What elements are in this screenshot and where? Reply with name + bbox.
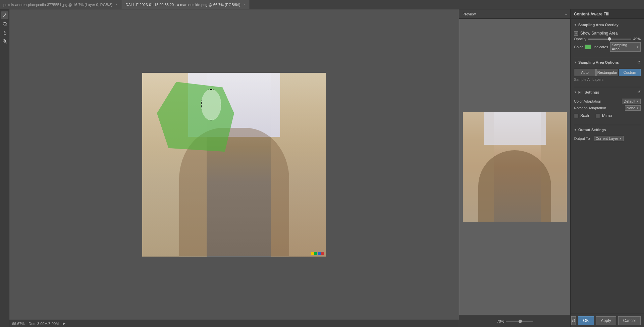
mirror-row: Mirror	[596, 113, 612, 118]
opacity-value: 49%	[633, 37, 641, 41]
panel-title-label: Content-Aware Fill	[574, 12, 609, 16]
reset-footer-button[interactable]: ↺	[571, 316, 576, 325]
section-arrow-3: ▼	[574, 91, 577, 94]
rotation-adaptation-label: Rotation Adaptation	[574, 106, 606, 110]
opacity-slider[interactable]	[588, 39, 631, 40]
panel-footer: ↺ OK Apply Cancel	[571, 314, 644, 327]
section-arrow-4: ▼	[574, 128, 577, 131]
left-toolbar	[0, 9, 9, 327]
nav-arrow[interactable]: ▶	[63, 321, 65, 326]
scale-checkbox[interactable]	[574, 114, 578, 118]
tab-1-close[interactable]: ×	[114, 3, 118, 7]
rotation-adaptation-value: None	[627, 106, 635, 110]
section-arrow-2: ▼	[574, 61, 577, 64]
zoom-control: 70%	[497, 319, 532, 323]
indicates-arrow: ▼	[636, 46, 639, 49]
fill-settings-body: Color Adaptation Default ▼ Rotation Adap…	[571, 96, 644, 123]
preview-image	[463, 112, 567, 222]
cancel-button[interactable]: Cancel	[618, 316, 641, 325]
canvas-area: 66.67% Doc: 3.00M/3.00M ▶	[9, 9, 459, 327]
divider-2	[574, 87, 641, 87]
tab-2-close[interactable]: ×	[242, 3, 246, 7]
swatch-yellow	[311, 252, 314, 255]
svg-line-1	[5, 25, 6, 26]
lasso-tool[interactable]	[1, 20, 8, 28]
right-panel: Content-Aware Fill ▼ Sampling Area Overl…	[570, 9, 644, 327]
sample-all-layers-label: Sample All Layers	[574, 77, 641, 81]
section-sampling-options[interactable]: ▼ Sampling Area Options ↺	[571, 59, 644, 66]
panel-title: Content-Aware Fill	[571, 9, 644, 19]
svg-point-0	[3, 22, 6, 25]
apply-button[interactable]: Apply	[596, 316, 616, 325]
scale-mirror-row: Scale Mirror	[574, 112, 641, 119]
sampling-options-body: Auto Rectangular Custom Sample All Layer…	[571, 66, 644, 86]
color-label: Color	[574, 45, 583, 49]
rotation-adaptation-row: Rotation Adaptation None ▼	[574, 105, 641, 111]
rotation-adaptation-select[interactable]: None ▼	[625, 105, 641, 111]
color-adaptation-value: Default	[624, 99, 635, 103]
sampling-btn-rectangular[interactable]: Rectangular	[596, 69, 618, 76]
preview-panel: Preview » 70%	[459, 9, 570, 327]
svg-line-3	[5, 42, 7, 43]
opacity-label: Opacity	[574, 37, 586, 41]
canvas-image-container	[142, 73, 326, 257]
swatch-green	[314, 252, 317, 255]
fill-settings-label: Fill Settings	[578, 90, 599, 94]
main-layout: 66.67% Doc: 3.00M/3.00M ▶ Preview » 70%	[0, 9, 644, 327]
swatch-blue	[318, 252, 321, 255]
indicates-value: Sampling Area	[612, 43, 635, 51]
show-sampling-checkbox[interactable]	[574, 31, 578, 36]
zoom-tool[interactable]	[1, 38, 8, 45]
hand-tool[interactable]	[1, 29, 8, 36]
brush-tool[interactable]	[1, 11, 8, 19]
output-to-arrow: ▼	[619, 137, 622, 140]
preview-image-area	[459, 19, 570, 315]
sampling-options-reset[interactable]: ↺	[637, 60, 641, 65]
sampling-overlay-body: Show Sampling Area Opacity 49% Color Ind…	[571, 28, 644, 56]
color-adaptation-select[interactable]: Default ▼	[622, 99, 641, 104]
tab-2[interactable]: DALL-E 2023-01-15 09.33.20 - a man outsi…	[122, 0, 250, 9]
sampling-btn-auto[interactable]: Auto	[574, 69, 596, 76]
color-swatch[interactable]	[585, 45, 591, 49]
mirror-checkbox[interactable]	[596, 114, 600, 118]
zoom-display: 66.67%	[12, 322, 24, 326]
divider-1	[574, 57, 641, 57]
output-to-row: Output To Current Layer ▼	[574, 136, 641, 141]
indicates-select[interactable]: Sampling Area ▼	[610, 42, 641, 52]
tab-2-label: DALL-E 2023-01-15 09.33.20 - a man outsi…	[125, 3, 240, 7]
output-settings-label: Output Settings	[578, 128, 606, 132]
preview-collapse-icon[interactable]: »	[565, 12, 567, 16]
mirror-label: Mirror	[602, 113, 612, 118]
sampling-options-label: Sampling Area Options	[578, 60, 619, 64]
color-adaptation-label: Color Adaptation	[574, 99, 601, 103]
scale-row: Scale	[574, 113, 590, 118]
section-sampling-area-overlay[interactable]: ▼ Sampling Area Overlay	[571, 21, 644, 28]
color-row: Color Indicates Sampling Area ▼	[574, 42, 641, 52]
preview-title: Preview	[463, 12, 476, 16]
output-to-value: Current Layer	[596, 137, 618, 141]
section-output-settings[interactable]: ▼ Output Settings	[571, 126, 644, 133]
preview-header: Preview »	[459, 9, 570, 19]
doc-info: Doc: 3.00M/3.00M	[29, 322, 59, 326]
status-bar: 66.67% Doc: 3.00M/3.00M ▶	[9, 320, 459, 327]
show-sampling-label: Show Sampling Area	[580, 31, 618, 36]
color-adaptation-row: Color Adaptation Default ▼	[574, 99, 641, 104]
indicates-label: Indicates	[593, 45, 608, 49]
fill-settings-reset[interactable]: ↺	[637, 90, 641, 95]
tab-1[interactable]: pexels-andrea-piacquadio-3775551.jpg @ 1…	[0, 0, 122, 9]
section-fill-settings[interactable]: ▼ Fill Settings ↺	[571, 89, 644, 96]
zoom-slider[interactable]	[506, 321, 533, 322]
scale-label: Scale	[580, 113, 590, 118]
sampling-btn-custom[interactable]: Custom	[619, 69, 641, 76]
selection-marquee	[201, 89, 221, 120]
ok-button[interactable]: OK	[578, 316, 594, 325]
sampling-overlay-label: Sampling Area Overlay	[578, 23, 619, 27]
color-adapt-arrow: ▼	[636, 100, 639, 103]
output-settings-body: Output To Current Layer ▼	[571, 133, 644, 145]
zoom-percent: 70%	[497, 319, 504, 323]
rotation-adapt-arrow: ▼	[636, 107, 639, 110]
output-to-select[interactable]: Current Layer ▼	[594, 136, 624, 141]
sampling-buttons-group: Auto Rectangular Custom	[574, 69, 641, 76]
opacity-row: Opacity 49%	[574, 37, 641, 41]
canvas-workspace[interactable]	[9, 9, 459, 320]
